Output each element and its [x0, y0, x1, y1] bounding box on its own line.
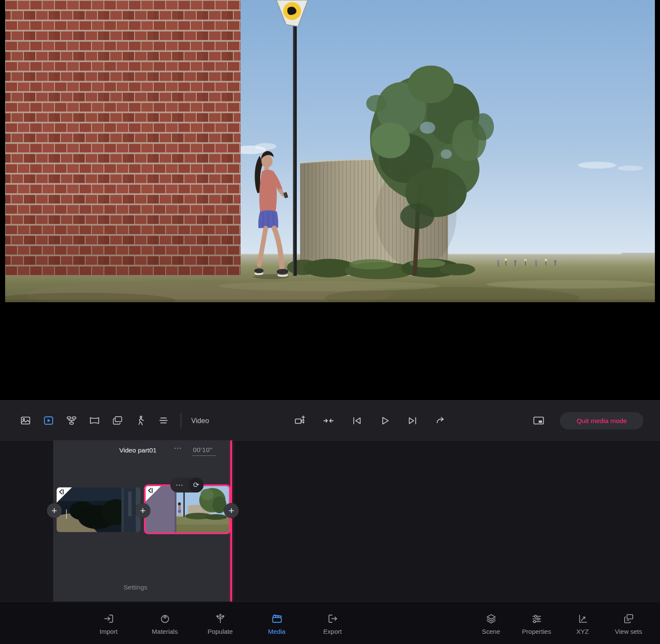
nav-label: Import	[100, 628, 118, 635]
insert-clip-before-button[interactable]: +	[47, 503, 62, 518]
insert-clip-after-button[interactable]: +	[224, 503, 239, 518]
video-icon	[43, 415, 54, 426]
clip-context-toolbar: ⋯ ⟳	[170, 478, 204, 492]
list-icon	[158, 415, 169, 426]
skip-to-end-icon	[407, 415, 419, 426]
play-icon	[379, 415, 390, 426]
nav-scene[interactable]: Scene	[471, 602, 511, 644]
duration-field[interactable]: 00'10"	[192, 446, 216, 456]
trim-icon	[323, 415, 334, 426]
nav-label: Scene	[482, 628, 500, 635]
nav-xyz[interactable]: XYZ	[562, 602, 603, 644]
clip-in-marker-icon	[58, 489, 64, 495]
export-icon	[327, 613, 339, 624]
panorama-icon	[89, 415, 100, 426]
image-stack-icon	[112, 415, 123, 426]
nav-properties[interactable]: Properties	[516, 602, 557, 644]
clip-refresh-button[interactable]: ⟳	[189, 478, 204, 492]
nav-label: XYZ	[576, 628, 588, 635]
nav-label: View sets	[615, 628, 642, 635]
add-camera-icon	[295, 415, 306, 426]
walkthrough-icon	[135, 415, 146, 426]
viewport[interactable]	[0, 0, 660, 400]
playback-controls	[289, 409, 452, 432]
media-icon	[271, 613, 283, 624]
nav-materials[interactable]: Materials	[144, 602, 185, 644]
mode-label: Video	[191, 401, 209, 441]
timeline-playhead[interactable]	[230, 441, 232, 601]
plus-icon: +	[229, 505, 234, 516]
toolbar-divider	[181, 413, 181, 429]
image-icon	[20, 415, 31, 426]
nav-label: Export	[323, 628, 341, 635]
settings-label[interactable]: Settings	[123, 584, 147, 591]
nav-media-active[interactable]: Media	[256, 602, 297, 644]
mode-image-button[interactable]	[14, 409, 37, 432]
redo-button[interactable]	[429, 409, 452, 432]
clip-more-button[interactable]: ⋯	[170, 481, 189, 489]
nav-import[interactable]: Import	[88, 602, 129, 644]
plus-icon: +	[140, 505, 146, 516]
properties-sliders-icon	[531, 613, 542, 624]
mode-panorama-button[interactable]	[83, 409, 106, 432]
redo-icon	[435, 415, 447, 426]
skip-to-start-icon	[351, 415, 362, 426]
brick-wall	[5, 0, 241, 276]
skip-to-end-button[interactable]	[401, 409, 424, 432]
sequence-icon	[66, 415, 77, 426]
nav-populate[interactable]: Populate	[200, 602, 241, 644]
picture-in-picture-icon	[533, 415, 545, 426]
render-3d-scene[interactable]	[5, 0, 655, 302]
nav-label: Media	[268, 628, 286, 635]
nav-export[interactable]: Export	[312, 602, 353, 644]
refresh-icon: ⟳	[193, 481, 199, 489]
media-mode-switcher	[14, 401, 175, 440]
video-part-more-button[interactable]: ⋯	[174, 443, 182, 453]
nav-label: Properties	[522, 628, 551, 635]
trim-button[interactable]	[317, 409, 340, 432]
scene-layers-icon	[485, 613, 497, 624]
materials-icon	[159, 613, 171, 624]
skip-to-start-button[interactable]	[345, 409, 368, 432]
xyz-axes-icon	[577, 613, 588, 624]
nav-label: Materials	[152, 628, 178, 635]
video-timeline: Video part01 ⋯ 00'10" Settings	[0, 441, 660, 601]
media-toolbar: Video	[0, 400, 660, 441]
nav-view-sets[interactable]: View sets	[608, 602, 649, 644]
populate-icon	[215, 613, 226, 624]
video-part-title: Video part01	[119, 447, 157, 454]
more-icon: ⋯	[174, 444, 182, 452]
nav-label: Populate	[207, 628, 232, 635]
add-camera-button[interactable]	[289, 409, 312, 432]
mode-list-button[interactable]	[152, 409, 175, 432]
mode-video-button[interactable]	[37, 409, 60, 432]
mode-image-stack-button[interactable]	[106, 409, 129, 432]
picture-in-picture-button[interactable]	[527, 409, 550, 432]
plus-icon: +	[52, 505, 57, 516]
twinmotion-app: Video	[0, 0, 660, 644]
mode-walkthrough-button[interactable]	[129, 409, 152, 432]
more-icon: ⋯	[176, 481, 184, 489]
timeline-clip-1[interactable]	[57, 487, 141, 532]
clip-in-marker-icon	[147, 487, 153, 494]
view-sets-icon	[623, 613, 634, 624]
import-icon	[103, 613, 115, 624]
quit-media-mode-button[interactable]: Quit media mode	[560, 412, 643, 429]
play-button[interactable]	[373, 409, 396, 432]
bottom-navigation: Import Materials Populate Media Exp	[0, 601, 660, 644]
insert-clip-between-button[interactable]: +	[135, 503, 150, 518]
mode-sequence-button[interactable]	[60, 409, 83, 432]
